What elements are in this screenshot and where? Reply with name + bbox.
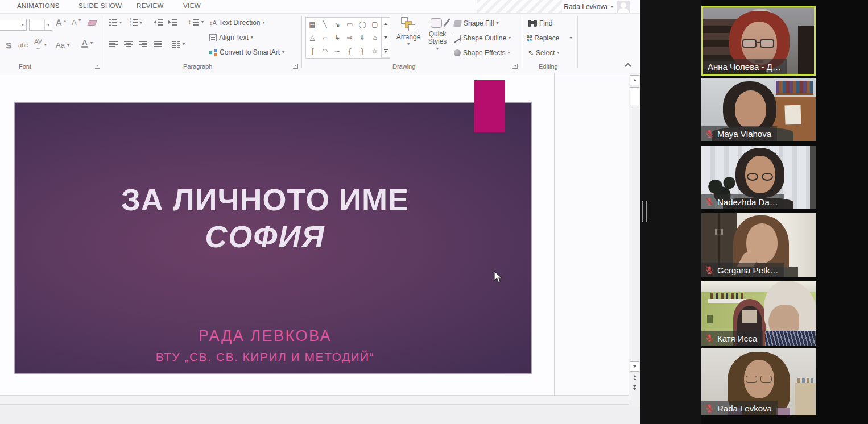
font-size-combo[interactable]: ▾ [29,19,52,31]
tab-review[interactable]: REVIEW [137,2,164,9]
line-spacing-button[interactable]: ↕ ▾ [188,18,204,26]
sidebar-gap [640,0,701,424]
justify-button[interactable] [154,41,162,47]
shape-rectangle[interactable]: ▭ [344,18,356,31]
collapse-ribbon-button[interactable] [623,61,635,72]
next-slide-button[interactable] [630,384,639,392]
participant-tile[interactable]: Rada Levkova [701,348,816,415]
wall-shape [810,146,816,209]
slide-canvas[interactable]: ЗА ЛИЧНОТО ИМЕ СОФИЯ РАДА ЛЕВКОВА ВТУ „С… [0,73,555,395]
participant-tile[interactable]: Nadezhda Da… [701,146,816,209]
strikethrough-button[interactable]: abc [18,41,28,48]
glasses-shape [746,376,757,383]
scroll-up-button[interactable] [630,75,639,85]
numbering-button[interactable]: 123 ▾ [130,19,142,26]
arrange-button[interactable]: Arrange ▾ [395,17,422,47]
align-center-button[interactable] [124,41,133,47]
paragraph-dialog-launcher[interactable] [293,64,298,69]
bookshelf-shape [798,26,814,74]
shape-star[interactable]: ☆ [369,44,381,58]
participant-tile[interactable]: Катя Исса [701,281,816,346]
books-shape [776,81,813,95]
shape-triangle[interactable]: △ [306,31,319,45]
font-dialog-launcher[interactable] [95,64,100,69]
chevron-down-icon: ▾ [44,43,47,47]
vertical-scrollbar[interactable] [629,73,640,405]
quick-styles-button[interactable]: Quick Styles ▾ [424,17,450,51]
shape-line[interactable]: ╲ [319,18,331,31]
avatar[interactable] [617,1,630,13]
chevron-down-icon: ▾ [201,20,204,24]
previous-slide-button[interactable] [630,373,639,381]
participant-tile[interactable]: Gergana Petk… [701,213,816,277]
change-case-button[interactable]: Aa▾ [56,41,69,49]
sidebar-drag-handle[interactable] [642,201,647,222]
convert-to-smartart-button[interactable]: Convert to SmartArt ▾ [209,48,284,56]
shape-l-shape[interactable]: ⌂ [369,31,381,45]
gallery-scroll-up-button[interactable] [382,18,390,31]
shape-scribble[interactable]: ʃ [306,44,319,58]
chevron-down-icon: ▾ [557,51,559,55]
shape-fill-button[interactable]: Shape Fill ▾ [454,19,498,27]
align-right-button[interactable] [139,41,147,47]
chevron-down-icon: ▾ [140,20,142,25]
shape-left-brace[interactable]: { [344,44,356,58]
shrink-font-icon: A [72,18,77,27]
shape-elbow-arrow-connector[interactable]: ↳ [331,31,344,45]
character-spacing-button[interactable]: AV↔ ▾ [34,39,47,51]
shape-right-arrow[interactable]: ⇨ [344,31,356,45]
find-button[interactable]: Find [528,19,552,27]
font-name-combo[interactable]: ▾ [0,19,27,31]
group-divider [522,16,522,68]
tab-view[interactable]: VIEW [183,2,201,9]
shelf-shape [795,383,816,415]
scroll-down-button[interactable] [630,361,639,372]
scrollbar-thumb[interactable] [630,87,639,105]
shape-fill-label: Shape Fill [464,19,494,27]
shape-text-box[interactable]: ▤ [306,18,319,31]
shape-oval[interactable]: ◯ [356,18,369,31]
replace-button[interactable]: ab ac Replace ▾ [527,34,572,42]
shape-curve[interactable]: ∼ [331,44,344,58]
tab-animations[interactable]: ANIMATIONS [17,2,60,9]
bullets-button[interactable]: ▾ [109,19,122,26]
grow-font-button[interactable]: A▲ [56,18,67,28]
chevron-down-icon: ▾ [611,5,613,9]
drawing-dialog-launcher[interactable] [512,64,518,69]
text-shadow-button[interactable]: S [6,40,11,50]
columns-button[interactable]: ▾ [172,41,185,48]
decrease-indent-button[interactable] [154,19,163,26]
select-button[interactable]: ⇖ Select ▾ [528,49,559,57]
shrink-font-button[interactable]: A▼ [72,18,82,27]
participant-tile[interactable]: Анна Чолева - Д… [701,6,816,76]
shape-arc[interactable]: ◠ [319,44,331,58]
justify-icon [154,41,162,47]
gallery-more-button[interactable] [382,44,390,58]
align-left-button[interactable] [109,41,118,47]
slide[interactable]: ЗА ЛИЧНОТО ИМЕ СОФИЯ РАДА ЛЕВКОВА ВТУ „С… [14,102,532,374]
font-color-button[interactable]: A ▾ [81,39,93,48]
shape-rounded-rectangle[interactable]: ▢ [369,18,381,31]
shape-arrow[interactable]: ↘ [331,18,344,31]
wall-item-shape [707,315,713,323]
chevron-down-icon: ▾ [407,42,410,47]
tab-slide-show[interactable]: SLIDE SHOW [78,2,122,9]
slide-title[interactable]: ЗА ЛИЧНОТО ИМЕ СОФИЯ [49,183,481,254]
text-direction-button[interactable]: ↕A Text Direction ▾ [209,19,265,27]
slide-accent-rectangle[interactable] [474,80,505,132]
shape-down-arrow[interactable]: ⇩ [356,31,369,45]
shape-elbow-connector[interactable]: ⌐ [319,31,331,45]
slide-subtitle[interactable]: РАДА ЛЕВКОВА ВТУ „СВ. СВ. КИРИЛ И МЕТОДИ… [49,327,481,364]
clear-formatting-button[interactable] [88,20,96,26]
align-text-button[interactable]: Align Text ▾ [209,34,253,41]
shape-effects-button[interactable]: Shape Effects ▾ [454,49,510,57]
participant-tile[interactable]: Maya Vlahova [701,78,816,141]
group-divider [577,16,578,68]
shape-right-brace[interactable]: } [356,44,369,58]
gallery-scroll-down-button[interactable] [382,31,390,45]
increase-indent-button[interactable] [168,19,177,26]
account-menu[interactable]: Rada Levkova ▾ [564,0,630,14]
paragraph-group-label: Paragraph [183,63,212,70]
select-label: Select [536,49,555,57]
shape-outline-button[interactable]: Shape Outline ▾ [454,34,511,42]
